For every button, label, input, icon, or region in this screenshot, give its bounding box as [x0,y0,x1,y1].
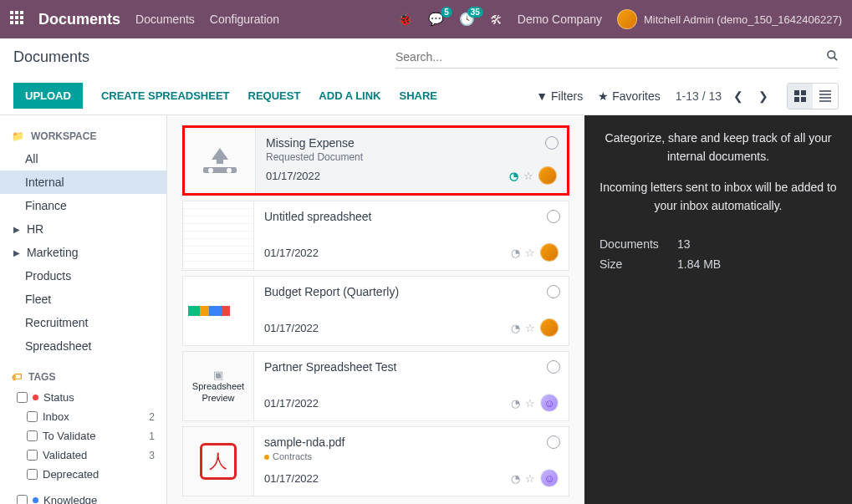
tag-group-status[interactable]: Status [0,388,166,407]
nav-documents[interactable]: Documents [135,13,195,26]
document-card[interactable]: ▣Spreadsheet PreviewPartner Spreadsheet … [182,351,569,421]
select-circle[interactable] [545,136,559,150]
doc-tag: Contracts [264,451,312,461]
star-icon[interactable]: ☆ [525,322,535,334]
pager-prev-icon[interactable]: ❮ [730,88,747,104]
document-card[interactable]: Untitled spreadsheet01/17/2022◔☆ [182,201,569,271]
request-button[interactable]: REQUEST [248,89,301,102]
doc-date: 01/17/2022 [264,472,319,485]
company-name[interactable]: Demo Company [518,13,602,26]
folder-icon: 📁 [12,130,24,142]
svg-rect-8 [20,21,23,24]
workspace-header: 📁WORKSPACE [0,125,166,147]
clock-icon[interactable]: ◔ [511,322,520,334]
filters-button[interactable]: ▼ Filters [536,89,583,103]
user-menu[interactable]: Mitchell Admin (demo_150_1642406227) [617,9,842,29]
clock-icon[interactable]: ◔ [509,170,518,182]
search-field[interactable] [395,46,839,69]
activity-icon[interactable]: 🕓35 [459,12,475,27]
upload-button[interactable]: UPLOAD [13,83,83,109]
doc-subtitle: Requested Document [266,151,557,163]
clock-icon[interactable]: ◔ [511,472,520,485]
tag-validated[interactable]: Validated3 [0,445,166,465]
create-spreadsheet-button[interactable]: CREATE SPREADSHEET [101,89,230,102]
chat-badge: 5 [441,7,452,18]
star-icon[interactable]: ☆ [525,397,535,410]
doc-date: 01/17/2022 [266,170,320,182]
tag-inbox[interactable]: Inbox2 [0,407,166,426]
favorites-button[interactable]: ★ Favorites [598,89,661,103]
avatar-icon [617,9,637,29]
checkbox[interactable] [27,469,38,480]
doc-date: 01/17/2022 [264,247,319,259]
pdf-icon: 人 [200,443,237,480]
add-link-button[interactable]: ADD A LINK [319,89,380,102]
svg-rect-11 [794,90,799,95]
chat-icon[interactable]: 💬5 [428,12,444,27]
checkbox[interactable] [27,450,38,461]
svg-point-9 [828,51,835,59]
checkbox[interactable] [27,430,38,441]
view-switcher [787,83,839,109]
sidebar-item-spreadsheet[interactable]: Spreadsheet [0,334,166,358]
list-view-icon[interactable] [813,84,838,109]
svg-rect-4 [15,16,18,19]
svg-rect-16 [819,94,831,95]
checkbox[interactable] [27,411,38,422]
upload-icon [203,148,237,173]
clock-icon[interactable]: ◔ [511,247,520,259]
broken-image-icon: ▣ [213,369,223,381]
document-card[interactable]: Missing ExpenseRequested Document01/17/2… [182,125,569,196]
kanban-view-icon[interactable] [788,84,813,109]
dot-icon [33,497,38,503]
select-circle[interactable] [547,360,560,374]
owner-avatar-icon [540,318,559,337]
checkbox[interactable] [17,392,28,403]
pager-text[interactable]: 1-13 / 13 [676,89,722,103]
bug-icon[interactable]: 🐞 [397,12,413,27]
size-value: 1.84 MB [677,257,721,271]
docs-label: Documents [599,237,662,251]
document-list: Missing ExpenseRequested Document01/17/2… [167,115,584,504]
search-icon[interactable] [826,49,839,64]
svg-rect-1 [15,11,18,14]
sidebar-item-recruitment[interactable]: Recruitment [0,311,166,334]
caret-icon: ▶ [13,248,22,257]
tag-group-knowledge[interactable]: Knowledge [0,491,166,504]
svg-rect-3 [10,16,13,19]
clock-icon[interactable]: ◔ [511,397,520,410]
sidebar-item-products[interactable]: Products [0,264,166,288]
select-circle[interactable] [547,285,560,298]
nav-configuration[interactable]: Configuration [210,13,279,26]
document-card[interactable]: Budget Report (Quarterly)01/17/2022◔☆ [182,276,569,346]
sidebar-item-fleet[interactable]: Fleet [0,288,166,311]
size-label: Size [599,257,662,271]
breadcrumb-title[interactable]: Documents [13,48,89,66]
search-input[interactable] [395,50,826,64]
pager-next-icon[interactable]: ❯ [755,88,772,104]
tag-to-validate[interactable]: To Validate1 [0,426,166,445]
wrench-icon[interactable]: 🛠 [490,13,503,27]
sidebar: 📁WORKSPACE All Internal Finance ▶HR ▶Mar… [0,115,167,504]
svg-rect-17 [819,97,831,99]
document-card[interactable]: 人sample-nda.pdfContracts01/17/2022◔☆☺ [182,426,569,496]
select-circle[interactable] [547,435,560,449]
sidebar-item-internal[interactable]: Internal [0,171,166,194]
dot-icon [33,395,38,400]
sidebar-item-hr[interactable]: ▶HR [0,217,166,241]
brand[interactable]: Documents [38,11,120,28]
sidebar-item-all[interactable]: All [0,147,166,171]
star-icon[interactable]: ☆ [525,472,535,485]
star-icon[interactable]: ☆ [523,170,533,182]
sidebar-item-marketing[interactable]: ▶Marketing [0,241,166,264]
tag-deprecated[interactable]: Deprecated [0,465,166,484]
share-button[interactable]: SHARE [400,89,438,102]
sidebar-item-finance[interactable]: Finance [0,194,166,217]
star-icon[interactable]: ☆ [525,247,535,259]
select-circle[interactable] [547,210,560,223]
owner-avatar-icon [540,243,559,262]
svg-rect-13 [794,97,799,102]
activity-badge: 35 [467,7,483,18]
apps-icon[interactable] [10,11,23,28]
checkbox[interactable] [17,495,28,504]
